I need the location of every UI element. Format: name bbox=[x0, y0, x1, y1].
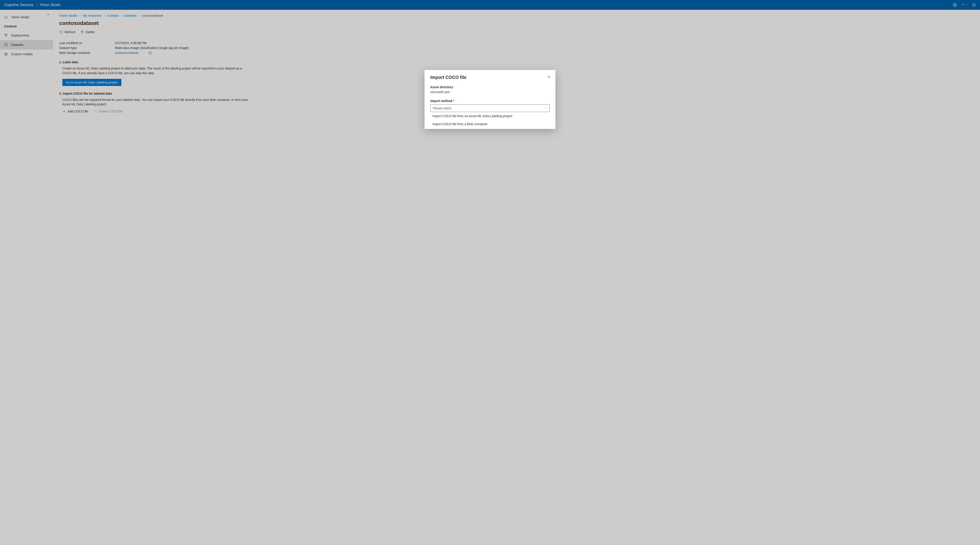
import-method-label: Import method* bbox=[430, 99, 550, 103]
import-option-azure-ml[interactable]: Import COCO file from an Azure ML Data L… bbox=[430, 112, 550, 120]
azure-directory-label: Azure directory bbox=[430, 85, 550, 89]
import-coco-modal: Import COCO file Azure directory microso… bbox=[425, 70, 555, 129]
modal-title: Import COCO file bbox=[430, 75, 550, 80]
required-asterisk: * bbox=[453, 99, 454, 103]
modal-overlay[interactable]: Import COCO file Azure directory microso… bbox=[0, 0, 980, 545]
select-placeholder: Please select bbox=[433, 106, 451, 110]
import-method-options: Import COCO file from an Azure ML Data L… bbox=[430, 112, 550, 128]
import-method-label-text: Import method bbox=[430, 99, 452, 103]
close-icon[interactable] bbox=[547, 75, 551, 79]
azure-directory-value: microsoft.com bbox=[430, 90, 550, 94]
import-method-select[interactable]: Please select bbox=[430, 105, 550, 112]
import-option-blob[interactable]: Import COCO file from a Blob Container bbox=[430, 120, 550, 128]
chevron-down-icon bbox=[544, 106, 547, 110]
